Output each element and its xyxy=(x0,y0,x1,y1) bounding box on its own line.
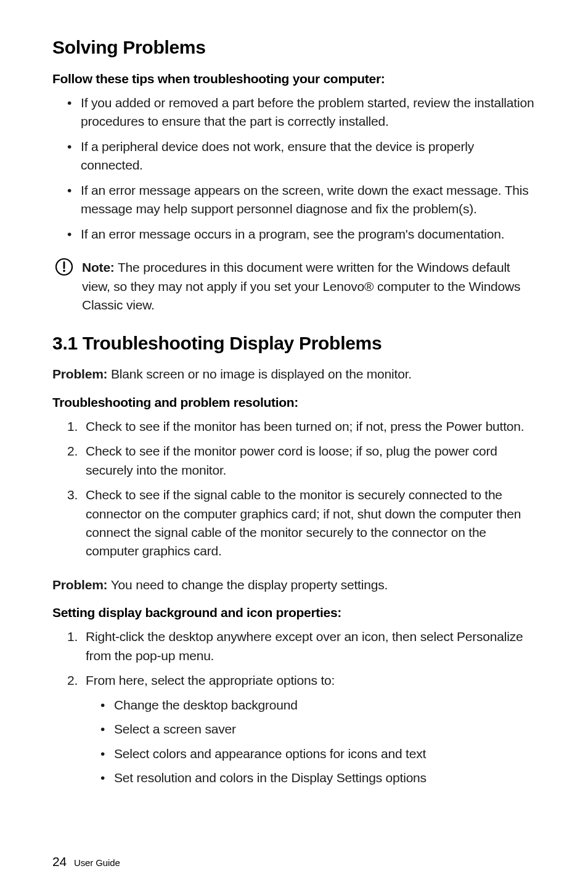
list-item: Check to see if the monitor has been tur… xyxy=(67,417,536,436)
note-body: The procedures in this document were wri… xyxy=(82,260,520,312)
problem-text: You need to change the display property … xyxy=(107,578,388,592)
list-item: Check to see if the signal cable to the … xyxy=(67,486,536,561)
resolution-steps-1: Check to see if the monitor has been tur… xyxy=(52,417,536,561)
nested-options-list: Change the desktop background Select a s… xyxy=(86,695,536,788)
tips-list: If you added or removed a part before th… xyxy=(52,94,536,243)
problem-text: Blank screen or no image is displayed on… xyxy=(107,367,411,381)
page-number: 24 xyxy=(52,854,67,868)
list-item: Select colors and appearance options for… xyxy=(100,744,536,764)
list-item: If you added or removed a part before th… xyxy=(67,94,536,131)
tips-heading: Follow these tips when troubleshooting y… xyxy=(52,72,536,86)
note-callout: Note: The procedures in this document we… xyxy=(52,258,536,314)
resolution-steps-2: Right-click the desktop anywhere except … xyxy=(52,627,536,787)
note-text: Note: The procedures in this document we… xyxy=(82,258,536,314)
page-heading: Solving Problems xyxy=(52,37,536,58)
svg-point-2 xyxy=(63,270,65,272)
note-label: Note: xyxy=(82,260,115,274)
list-item: If an error message occurs in a program,… xyxy=(67,225,536,243)
list-item: Change the desktop background xyxy=(100,695,536,715)
section-3-1-heading: 3.1 Troubleshooting Display Problems xyxy=(52,333,536,354)
list-item: From here, select the appropriate option… xyxy=(67,671,536,787)
problem-2: Problem: You need to change the display … xyxy=(52,576,536,594)
list-item: Select a screen saver xyxy=(100,719,536,739)
list-item-lead: From here, select the appropriate option… xyxy=(86,673,335,687)
list-item: If a peripheral device does not work, en… xyxy=(67,137,536,175)
problem-label: Problem: xyxy=(52,578,107,592)
problem-1: Problem: Blank screen or no image is dis… xyxy=(52,365,536,383)
list-item: Set resolution and colors in the Display… xyxy=(100,768,536,788)
alert-icon xyxy=(55,258,73,279)
problem-label: Problem: xyxy=(52,367,107,381)
setting-heading: Setting display background and icon prop… xyxy=(52,605,536,620)
list-item: Right-click the desktop anywhere except … xyxy=(67,627,536,665)
list-item: Check to see if the monitor power cord i… xyxy=(67,442,536,480)
page-footer: 24 User Guide xyxy=(52,854,120,869)
footer-title: User Guide xyxy=(74,857,120,868)
list-item: If an error message appears on the scree… xyxy=(67,181,536,219)
resolution-heading: Troubleshooting and problem resolution: xyxy=(52,395,536,410)
